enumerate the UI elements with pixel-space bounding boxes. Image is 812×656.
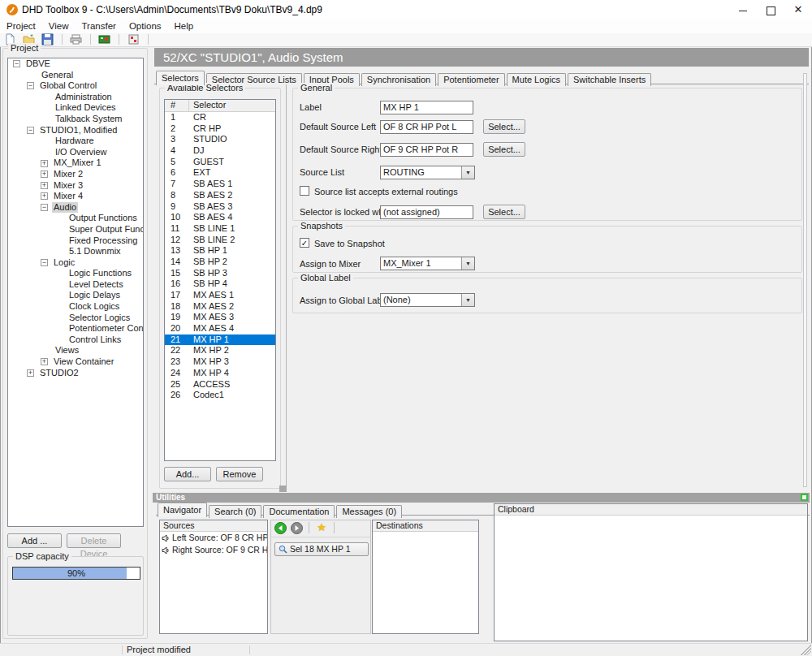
menu-item-options[interactable]: Options xyxy=(123,19,168,32)
table-row[interactable]: 21MX HP 1 xyxy=(165,334,275,346)
table-row[interactable]: 4DJ xyxy=(165,145,275,157)
tree-item-5-1-downmix[interactable]: 5.1 Downmix xyxy=(8,246,143,257)
tree-item-output-functions[interactable]: Output Functions xyxy=(8,213,143,224)
expand-icon[interactable]: + xyxy=(27,369,34,377)
chevron-down-icon[interactable]: ▼ xyxy=(461,166,474,179)
selector-table[interactable]: # Selector 1CR2CR HP3STUDIO4DJ5GUEST6EXT… xyxy=(164,99,276,461)
device-view-icon[interactable] xyxy=(127,33,140,45)
table-row[interactable]: 7SB AES 1 xyxy=(165,179,275,190)
table-row[interactable]: 20MX AES 4 xyxy=(165,323,275,334)
tab-mute-logics[interactable]: Mute Logics xyxy=(507,73,566,86)
selected-object-button[interactable]: Sel 18 MX HP 1 xyxy=(274,542,369,556)
assign-to-mixer-dropdown[interactable]: MX_Mixer 1 ▼ xyxy=(380,257,475,270)
tree-item-level-detects[interactable]: Level Detects xyxy=(8,279,143,291)
tree-item-label[interactable]: STUDIO2 xyxy=(38,368,80,379)
default-source-right-select-button[interactable]: Select... xyxy=(483,142,525,157)
expand-icon[interactable]: + xyxy=(41,160,48,167)
tree-item-label[interactable]: Logic Functions xyxy=(67,268,133,279)
collapse-icon[interactable]: − xyxy=(41,204,48,211)
tree-item-logic-delays[interactable]: Logic Delays xyxy=(8,290,143,301)
close-button[interactable]: ✕ xyxy=(784,0,812,19)
default-source-right-field[interactable]: OF 9 CR HP Pot R xyxy=(380,143,473,157)
tree-item-label[interactable]: Output Functions xyxy=(67,213,139,224)
tree-item-audio[interactable]: −Audio xyxy=(8,202,143,214)
maximize-button[interactable] xyxy=(757,0,784,19)
utilities-splitter-handle[interactable] xyxy=(279,486,287,492)
tree-item-logic-functions[interactable]: Logic Functions xyxy=(8,268,143,279)
tree-item-views[interactable]: Views xyxy=(8,345,143,356)
tree-item-label[interactable]: General xyxy=(40,70,75,81)
tree-item-administration[interactable]: Administration xyxy=(8,92,143,103)
default-source-left-field[interactable]: OF 8 CR HP Pot L xyxy=(380,120,473,134)
save-to-snapshot-checkbox[interactable]: ✓ xyxy=(300,238,309,248)
project-tree[interactable]: −DBVEGeneral−Global ControlAdministratio… xyxy=(7,58,144,527)
tab-selectors[interactable]: Selectors xyxy=(156,71,205,85)
sources-panel[interactable]: Sources Left Source: OF 8 CR HP ...Right… xyxy=(159,520,268,634)
back-arrow-icon[interactable] xyxy=(274,522,287,534)
expand-icon[interactable]: + xyxy=(41,182,48,189)
table-row[interactable]: 15SB HP 3 xyxy=(165,268,275,279)
chevron-down-icon[interactable]: ▼ xyxy=(461,294,474,306)
default-source-left-select-button[interactable]: Select... xyxy=(483,119,525,134)
tree-item-label[interactable]: Mixer 3 xyxy=(52,180,84,192)
table-row[interactable]: 16SB HP 4 xyxy=(165,278,275,290)
tree-item-mixer-2[interactable]: +Mixer 2 xyxy=(8,169,143,180)
table-row[interactable]: 6EXT xyxy=(165,167,275,179)
label-field[interactable]: MX HP 1 xyxy=(380,101,473,114)
table-row[interactable]: 5GUEST xyxy=(165,157,275,168)
menu-item-view[interactable]: View xyxy=(42,19,76,32)
chevron-down-icon[interactable]: ▼ xyxy=(461,257,474,270)
table-row[interactable]: 19MX AES 3 xyxy=(165,312,275,323)
table-row[interactable]: 1CR xyxy=(165,112,275,123)
tree-item-logic[interactable]: −Logic xyxy=(8,257,143,269)
tree-item-selector-logics[interactable]: Selector Logics xyxy=(8,313,143,324)
locked-when-select-button[interactable]: Select... xyxy=(483,205,525,219)
tree-item-control-links[interactable]: Control Links xyxy=(8,334,143,346)
table-row[interactable]: 9SB AES 3 xyxy=(165,201,275,213)
table-row[interactable]: 23MX HP 3 xyxy=(165,356,275,368)
tree-item-label[interactable]: STUDIO1, Modified xyxy=(38,125,119,136)
list-item[interactable]: Right Source: OF 9 CR HP... xyxy=(160,544,267,556)
tree-item-label[interactable]: DBVE xyxy=(24,58,52,70)
list-item[interactable]: Left Source: OF 8 CR HP ... xyxy=(160,532,267,544)
table-row[interactable]: 11SB LINE 1 xyxy=(165,223,275,235)
tree-item-label[interactable]: Logic Delays xyxy=(67,290,122,301)
forward-arrow-icon[interactable] xyxy=(291,522,303,534)
tree-item-label[interactable]: Clock Logics xyxy=(67,301,121,313)
tree-item-clock-logics[interactable]: Clock Logics xyxy=(8,301,143,313)
transfer-icon[interactable] xyxy=(98,33,111,45)
tree-item-general[interactable]: General xyxy=(8,70,143,81)
utilities-tab-search-0-[interactable]: Search (0) xyxy=(209,505,261,518)
table-row[interactable]: 17MX AES 1 xyxy=(165,290,275,301)
tree-item-dbve[interactable]: −DBVE xyxy=(8,58,143,70)
resize-grip-icon[interactable] xyxy=(801,645,811,655)
table-row[interactable]: 8SB AES 2 xyxy=(165,190,275,201)
print-icon[interactable] xyxy=(70,33,83,45)
collapse-icon[interactable]: − xyxy=(41,259,48,266)
collapse-icon[interactable]: − xyxy=(27,82,34,89)
collapse-icon[interactable]: − xyxy=(27,127,34,134)
tree-item-global-control[interactable]: −Global Control xyxy=(8,80,143,92)
table-row[interactable]: 2CR HP xyxy=(165,123,275,135)
tab-potentiometer[interactable]: Potentiometer xyxy=(438,73,504,86)
tree-item-label[interactable]: Global Control xyxy=(38,80,98,92)
tree-item-label[interactable]: Level Detects xyxy=(67,279,125,291)
tree-item-label[interactable]: Potentiometer Control xyxy=(67,323,144,334)
tree-item-label[interactable]: Fixed Processing xyxy=(67,235,139,247)
expand-icon[interactable]: + xyxy=(41,192,48,200)
menu-item-project[interactable]: Project xyxy=(0,19,42,32)
source-list-dropdown[interactable]: ROUTING ▼ xyxy=(380,166,475,179)
expand-icon[interactable]: + xyxy=(41,170,48,178)
locked-when-field[interactable]: (not assigned) xyxy=(380,205,473,219)
table-row[interactable]: 13SB HP 1 xyxy=(165,245,275,257)
tree-item-mixer-4[interactable]: +Mixer 4 xyxy=(8,191,143,202)
utilities-tab-messages-0-[interactable]: Messages (0) xyxy=(336,505,402,518)
table-row[interactable]: 25ACCESS xyxy=(165,379,275,391)
tree-item-label[interactable]: Views xyxy=(54,345,80,356)
vertical-scrollbar[interactable] xyxy=(803,73,807,487)
tree-item-studio2[interactable]: +STUDIO2 xyxy=(8,368,143,379)
menu-item-help[interactable]: Help xyxy=(168,19,201,32)
utilities-tab-documentation[interactable]: Documentation xyxy=(263,505,335,518)
minimize-button[interactable] xyxy=(729,0,757,19)
favorite-star-icon[interactable]: ★ xyxy=(317,521,326,533)
